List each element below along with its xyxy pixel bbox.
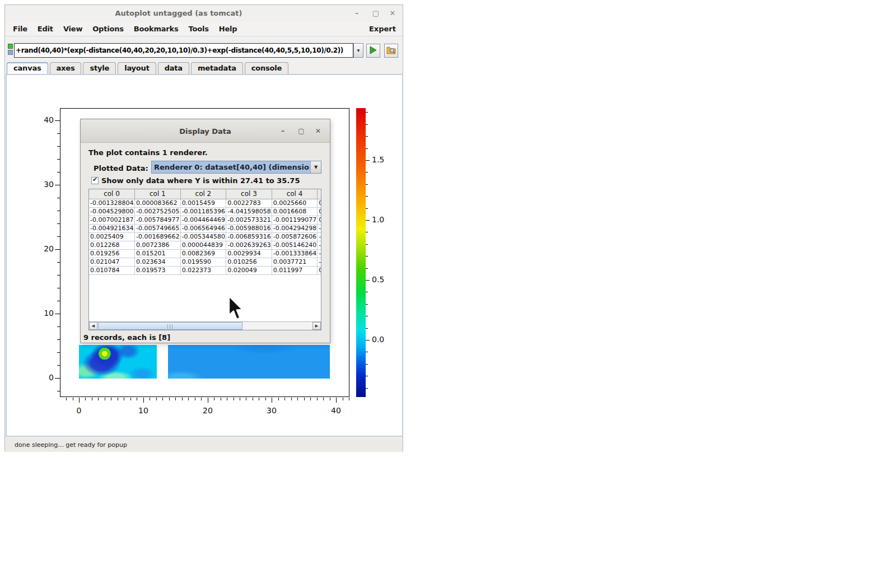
horizontal-scrollbar[interactable]: ◀ ▶ [89, 321, 321, 330]
table-cell[interactable]: 0.0029934 [226, 249, 272, 258]
tab-data[interactable]: data [158, 62, 189, 74]
data-source-browse-button[interactable] [384, 44, 398, 58]
table-cell[interactable]: 0.0016608 [272, 207, 318, 216]
menu-item-file[interactable]: File [8, 22, 32, 36]
uri-history-dropdown-button[interactable]: ▼ [353, 43, 363, 58]
table-cell[interactable]: -0.005988016... [226, 224, 272, 232]
table-cell[interactable]: -0.004294298... [272, 224, 318, 232]
table-cell[interactable]: -0.002573321... [226, 216, 272, 224]
table-cell[interactable]: -0.005749665... [135, 224, 181, 232]
expert-mode-toggle[interactable]: Expert [369, 25, 396, 33]
table-cell[interactable]: 0.0082369 [180, 249, 226, 258]
close-icon[interactable]: ✕ [387, 8, 398, 19]
table-cell[interactable]: 0.011997 [272, 266, 318, 274]
dialog-titlebar[interactable]: Display Data – ▢ ✕ [81, 119, 330, 143]
table-cell[interactable]: -0.007002187... [89, 216, 135, 224]
scroll-right-icon[interactable]: ▶ [312, 322, 321, 330]
window-titlebar[interactable]: Autoplot untagged (as tomcat) – ▢ ✕ [5, 5, 403, 22]
colorbar[interactable] [356, 108, 366, 397]
table-column-header[interactable]: col 2 [180, 189, 226, 199]
table-cell[interactable]: -4.041598058... [226, 207, 272, 216]
table-cell[interactable]: 0.000083662 [135, 199, 181, 207]
table-cell[interactable]: -0.005344580... [180, 232, 226, 241]
table-cell[interactable]: 0.00 [318, 266, 321, 274]
table-cell[interactable]: 0.019256 [89, 249, 135, 258]
dialog-maximize-icon[interactable]: ▢ [296, 126, 306, 136]
table-cell[interactable]: -0.004464469... [180, 216, 226, 224]
scroll-left-icon[interactable]: ◀ [89, 322, 97, 330]
tab-layout[interactable]: layout [118, 62, 156, 74]
table-cell[interactable]: -0.004921634... [89, 224, 135, 232]
plot-go-button[interactable] [366, 44, 380, 58]
uri-input[interactable] [14, 43, 353, 58]
table-cell[interactable]: 0.0015459 [180, 199, 226, 207]
table-cell[interactable]: 0.0025660 [272, 199, 318, 207]
table-cell[interactable]: 0.010256 [226, 258, 272, 266]
tab-axes[interactable]: axes [50, 62, 82, 74]
tab-metadata[interactable]: metadata [191, 62, 243, 74]
chevron-down-icon[interactable]: ▼ [310, 161, 321, 173]
menu-item-options[interactable]: Options [87, 22, 129, 36]
dialog-close-icon[interactable]: ✕ [313, 126, 323, 136]
table-cell[interactable]: 0.0022783 [226, 199, 272, 207]
table-cell[interactable]: 0.019590 [180, 258, 226, 266]
table-cell[interactable]: 0.0072386 [135, 241, 181, 249]
menu-item-edit[interactable]: Edit [32, 22, 58, 36]
table-column-header[interactable]: col 4 [272, 189, 318, 199]
plotted-data-combobox[interactable]: Renderer 0: dataset[40,40] (dimension...… [151, 161, 321, 174]
table-column-header[interactable] [318, 189, 321, 199]
colorbar-tick [366, 148, 368, 149]
tab-console[interactable]: console [245, 62, 288, 74]
filter-checkbox[interactable]: ✔ [91, 177, 99, 184]
table-cell[interactable]: 0.019573 [135, 266, 181, 274]
table-cell[interactable]: -0.0 [318, 232, 321, 241]
plot-canvas[interactable]: Display Data – ▢ ✕ The plot contains 1 r… [6, 74, 403, 437]
table-cell[interactable]: -0.001199077... [272, 216, 318, 224]
table-cell[interactable]: 0.022373 [180, 266, 226, 274]
menu-item-tools[interactable]: Tools [184, 22, 214, 36]
table-cell[interactable]: -0.001689662... [135, 232, 181, 241]
table-cell[interactable]: 0.00 [318, 199, 321, 207]
table-cell[interactable]: 0.012268 [89, 241, 135, 249]
table-cell[interactable]: -0.0 [318, 224, 321, 232]
table-cell[interactable]: -0.005784977... [135, 216, 181, 224]
table-cell[interactable]: 0.023634 [135, 258, 181, 266]
table-cell[interactable]: 0.00 [318, 216, 321, 224]
table-cell[interactable]: 0.00 [318, 207, 321, 216]
table-column-header[interactable]: col 3 [226, 189, 272, 199]
dialog-minimize-icon[interactable]: – [278, 126, 288, 136]
table-cell[interactable]: -0.006564946... [180, 224, 226, 232]
tab-style[interactable]: style [83, 62, 116, 74]
status-bar: done sleeping... get ready for popup [5, 438, 403, 452]
tab-canvas[interactable]: canvas [7, 62, 48, 74]
table-cell[interactable]: 0.021047 [89, 258, 135, 266]
table-cell[interactable]: 0.0025409 [89, 232, 135, 241]
table-cell[interactable]: 0.000044839 [180, 241, 226, 249]
table-cell[interactable]: 0.010784 [89, 266, 135, 274]
table-cell[interactable]: -0.0 [318, 249, 321, 258]
table-cell[interactable]: -0.005146240... [272, 241, 318, 249]
table-cell[interactable]: -0.006859316... [226, 232, 272, 241]
table-cell[interactable]: -0.001185396... [180, 207, 226, 216]
scrollbar-thumb[interactable] [98, 322, 242, 330]
table-cell[interactable]: -0.002752505... [135, 207, 181, 216]
menu-item-help[interactable]: Help [214, 22, 242, 36]
menu-item-bookmarks[interactable]: Bookmarks [129, 22, 184, 36]
table-column-header[interactable]: col 0 [89, 189, 135, 199]
heatmap-segment-right[interactable] [168, 345, 330, 379]
table-cell[interactable]: 0.015201 [135, 249, 181, 258]
table-cell[interactable]: -0.001333864... [272, 249, 318, 258]
table-cell[interactable]: -0.001328804... [89, 199, 135, 207]
table-cell[interactable]: 0.0037721 [272, 258, 318, 266]
menu-item-view[interactable]: View [58, 22, 87, 36]
table-cell[interactable]: -0.005872606... [272, 232, 318, 241]
table-cell[interactable]: -0.0 [318, 241, 321, 249]
table-cell[interactable]: -0.002639263... [226, 241, 272, 249]
table-cell[interactable]: -0.004529800... [89, 207, 135, 216]
minimize-icon[interactable]: – [351, 8, 362, 19]
table-column-header[interactable]: col 1 [135, 189, 181, 199]
maximize-icon[interactable]: ▢ [370, 8, 381, 19]
table-cell[interactable]: 0.020049 [226, 266, 272, 274]
table-cell[interactable]: -0.0 [318, 258, 321, 266]
heatmap-segment-left[interactable] [79, 345, 157, 379]
